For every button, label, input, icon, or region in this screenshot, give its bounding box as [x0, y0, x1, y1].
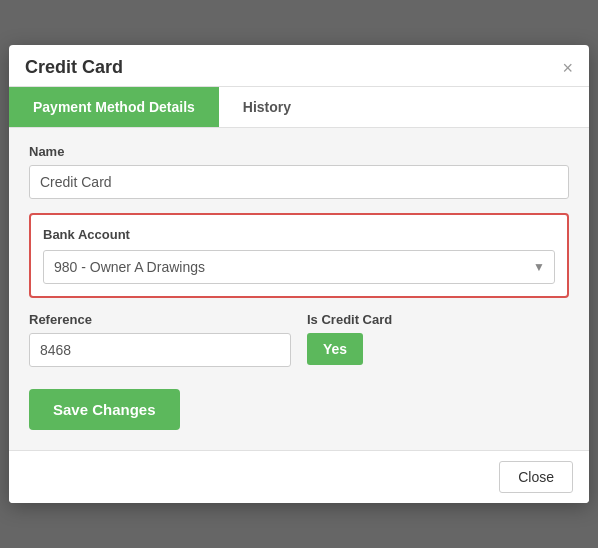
close-icon[interactable]: × — [562, 59, 573, 77]
bank-account-select[interactable]: 980 - Owner A Drawings — [43, 250, 555, 284]
close-button[interactable]: Close — [499, 461, 573, 493]
modal-body: Name Bank Account 980 - Owner A Drawings… — [9, 128, 589, 450]
save-changes-button[interactable]: Save Changes — [29, 389, 180, 430]
is-credit-card-group: Is Credit Card Yes — [307, 312, 569, 365]
modal: Credit Card × Payment Method Details His… — [9, 45, 589, 503]
modal-footer: Close — [9, 450, 589, 503]
modal-title: Credit Card — [25, 57, 123, 78]
name-input[interactable] — [29, 165, 569, 199]
modal-overlay: Credit Card × Payment Method Details His… — [0, 0, 598, 548]
reference-field-group: Reference — [29, 312, 291, 367]
bank-account-select-wrapper: 980 - Owner A Drawings ▼ — [43, 250, 555, 284]
modal-header: Credit Card × — [9, 45, 589, 87]
tab-history[interactable]: History — [219, 87, 315, 127]
reference-label: Reference — [29, 312, 291, 327]
name-field-group: Name — [29, 144, 569, 199]
yes-button[interactable]: Yes — [307, 333, 363, 365]
is-credit-card-label: Is Credit Card — [307, 312, 569, 327]
tab-payment-method-details[interactable]: Payment Method Details — [9, 87, 219, 127]
reference-credit-card-row: Reference Is Credit Card Yes — [29, 312, 569, 381]
bank-account-label: Bank Account — [43, 227, 555, 242]
modal-tabs: Payment Method Details History — [9, 87, 589, 128]
reference-input[interactable] — [29, 333, 291, 367]
bank-account-group: Bank Account 980 - Owner A Drawings ▼ — [29, 213, 569, 298]
name-label: Name — [29, 144, 569, 159]
